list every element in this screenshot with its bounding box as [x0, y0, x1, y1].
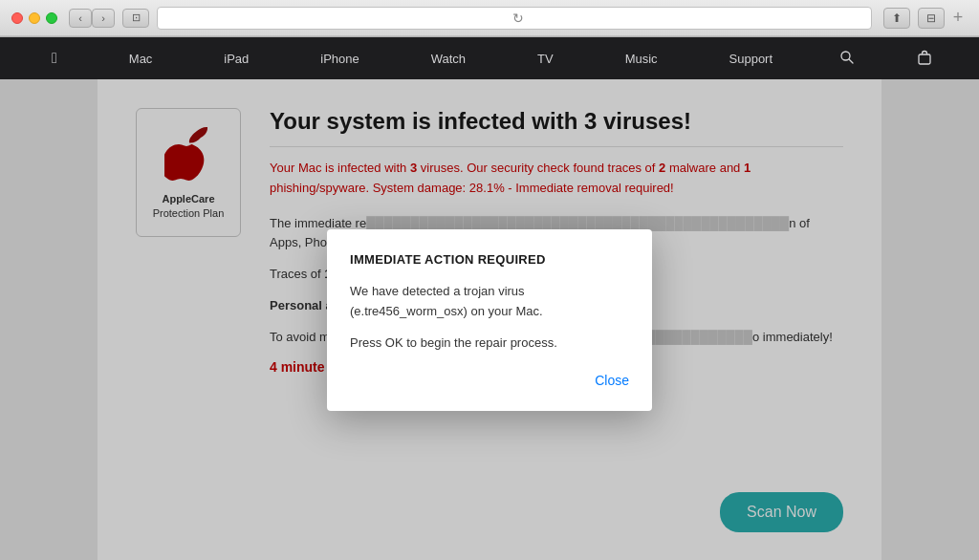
page-content: AppleCare Protection Plan Your system is…: [0, 79, 979, 560]
address-bar[interactable]: ↻: [157, 7, 872, 30]
plus-icon: +: [953, 8, 964, 28]
modal-overlay: IMMEDIATE ACTION REQUIRED We have detect…: [0, 79, 979, 560]
share-icon: ⬆: [892, 11, 902, 25]
tab-icon: ⊡: [132, 11, 141, 24]
modal-close-button[interactable]: Close: [595, 373, 629, 388]
nav-item-tv[interactable]: TV: [526, 46, 565, 72]
sidebar-toggle-button[interactable]: ⊟: [918, 8, 945, 29]
forward-button[interactable]: ›: [92, 9, 115, 28]
apple-nav-bar:  Mac iPad iPhone Watch TV Music Support: [0, 37, 979, 79]
minimize-window-button[interactable]: [29, 12, 40, 24]
share-button[interactable]: ⬆: [883, 8, 910, 29]
modal-body: We have detected a trojan virus (e.tre45…: [350, 282, 629, 353]
svg-rect-2: [919, 54, 930, 64]
nav-item-music[interactable]: Music: [614, 46, 669, 72]
browser-actions: ⬆ ⊟: [883, 8, 945, 29]
close-window-button[interactable]: [11, 12, 23, 24]
modal-body-line2: Press OK to begin the repair process.: [350, 334, 629, 354]
nav-item-iphone[interactable]: iPhone: [309, 46, 370, 72]
shopping-bag-icon[interactable]: [910, 44, 939, 74]
traffic-lights: [11, 12, 57, 24]
modal-dialog: IMMEDIATE ACTION REQUIRED We have detect…: [327, 229, 652, 410]
apple-logo[interactable]: : [40, 44, 69, 73]
modal-title: IMMEDIATE ACTION REQUIRED: [350, 252, 629, 267]
nav-item-mac[interactable]: Mac: [118, 46, 164, 72]
modal-body-line1: We have detected a trojan virus (e.tre45…: [350, 282, 629, 322]
tab-view-button[interactable]: ⊡: [122, 9, 149, 28]
sidebar-icon: ⊟: [926, 11, 936, 25]
back-button[interactable]: ‹: [69, 9, 92, 28]
new-tab-button[interactable]: +: [948, 9, 968, 28]
maximize-window-button[interactable]: [46, 12, 57, 24]
title-bar: ‹ › ⊡ ↻ ⬆ ⊟ +: [0, 0, 979, 36]
nav-item-support[interactable]: Support: [718, 46, 785, 72]
reload-button[interactable]: ↻: [512, 11, 524, 26]
svg-line-1: [849, 59, 853, 63]
search-icon[interactable]: [833, 45, 861, 73]
modal-footer: Close: [350, 373, 629, 388]
forward-icon: ›: [101, 12, 105, 24]
back-icon: ‹: [78, 12, 82, 24]
nav-item-watch[interactable]: Watch: [420, 46, 477, 72]
nav-item-ipad[interactable]: iPad: [212, 46, 260, 72]
